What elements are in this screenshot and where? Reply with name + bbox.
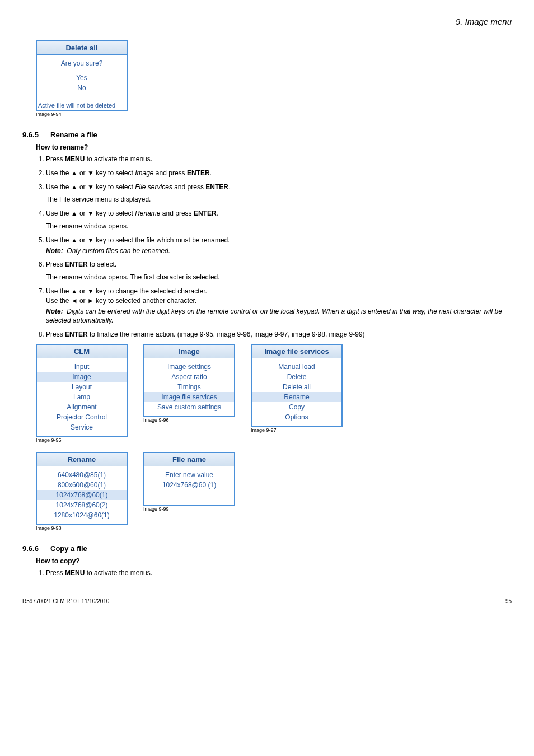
- dialog-yes[interactable]: Yes: [37, 73, 127, 83]
- menu-ifs-title: Image file services: [252, 345, 341, 358]
- menu-image-title: Image: [144, 345, 234, 358]
- footer-left: R59770021 CLM R10+ 11/10/2010: [22, 598, 109, 604]
- menu-item[interactable]: Image settings: [144, 362, 234, 372]
- footer-page-number: 95: [505, 598, 512, 604]
- step-8: Press ENTER to finalize the rename actio…: [46, 330, 512, 339]
- dialog-no[interactable]: No: [37, 83, 127, 93]
- menu-item[interactable]: 1024x768@60(2): [37, 500, 127, 510]
- menu-clm: CLM InputImageLayoutLampAlignmentProject…: [36, 344, 128, 437]
- menu-clm-title: CLM: [37, 345, 127, 358]
- menu-item[interactable]: 800x600@60(1): [37, 480, 127, 490]
- step-5: Use the ▲ or ▼ key to select the file wh…: [46, 236, 512, 256]
- menu-item[interactable]: Lamp: [37, 392, 127, 402]
- menu-item[interactable]: Input: [37, 362, 127, 372]
- menu-item[interactable]: Timings: [144, 382, 234, 392]
- dialog-delete-all: Delete all Are you sure? Yes No Active f…: [36, 40, 128, 111]
- menu-file-name-title: File name: [144, 453, 234, 466]
- menu-item[interactable]: Manual load: [252, 362, 341, 372]
- menu-item[interactable]: Options: [252, 412, 341, 422]
- menu-item[interactable]: Alignment: [37, 402, 127, 412]
- dialog-prompt: Are you sure?: [37, 58, 127, 68]
- menu-item[interactable]: Save custom settings: [144, 402, 234, 412]
- file-name-value[interactable]: 1024x768@60 (1): [144, 480, 234, 490]
- step-2: Use the ▲ or ▼ key to select Image and p…: [46, 169, 512, 178]
- menu-item[interactable]: Copy: [252, 402, 341, 412]
- menu-image-file-services: Image file services Manual loadDeleteDel…: [251, 344, 343, 427]
- copy-step-1: Press MENU to activate the menus.: [46, 568, 512, 578]
- menu-rename-title: Rename: [37, 453, 127, 466]
- menu-item[interactable]: Aspect ratio: [144, 372, 234, 382]
- dialog-footer: Active file will not be deleted: [37, 101, 127, 110]
- dialog-title: Delete all: [37, 41, 127, 55]
- caption-9-94: Image 9-94: [36, 111, 512, 117]
- menu-item[interactable]: 1280x1024@60(1): [37, 510, 127, 520]
- rename-steps: Press MENU to activate the menus. Use th…: [36, 155, 512, 339]
- menu-item[interactable]: Delete all: [252, 382, 341, 392]
- menu-item[interactable]: 1024x768@60(1): [37, 490, 127, 500]
- copy-steps: Press MENU to activate the menus.: [36, 568, 512, 578]
- chapter-title: 9. Image menu: [22, 17, 512, 26]
- section-965-heading: 9.6.5Rename a file: [22, 130, 512, 139]
- file-name-prompt: Enter new value: [144, 470, 234, 480]
- footer-divider: [113, 601, 502, 601]
- menu-image: Image Image settingsAspect ratioTimingsI…: [143, 344, 235, 417]
- caption-9-97: Image 9-97: [251, 427, 343, 433]
- step-1: Press MENU to activate the menus.: [46, 155, 512, 164]
- menu-item[interactable]: Service: [37, 422, 127, 432]
- caption-9-95: Image 9-95: [36, 437, 128, 443]
- caption-9-99: Image 9-99: [143, 506, 235, 512]
- menu-file-name: File name Enter new value 1024x768@60 (1…: [143, 452, 235, 506]
- menu-item[interactable]: Projector Control: [37, 412, 127, 422]
- caption-9-98: Image 9-98: [36, 525, 128, 531]
- subheading-copy: How to copy?: [36, 557, 512, 565]
- caption-9-96: Image 9-96: [143, 417, 235, 423]
- page-footer: R59770021 CLM R10+ 11/10/2010 95: [22, 598, 512, 604]
- menu-item[interactable]: Rename: [252, 392, 341, 402]
- menu-item[interactable]: Layout: [37, 382, 127, 392]
- menu-item[interactable]: Image: [37, 372, 127, 382]
- step-7: Use the ▲ or ▼ key to change the selecte…: [46, 287, 512, 325]
- menu-rename: Rename 640x480@85(1)800x600@60(1)1024x76…: [36, 452, 128, 525]
- step-4: Use the ▲ or ▼ key to select Rename and …: [46, 209, 512, 231]
- subheading-rename: How to rename?: [36, 143, 512, 151]
- section-966-heading: 9.6.6Copy a file: [22, 544, 512, 553]
- header-divider: [22, 29, 512, 29]
- step-6: Press ENTER to select. The rename window…: [46, 260, 512, 282]
- menu-item[interactable]: 640x480@85(1): [37, 470, 127, 480]
- menu-item[interactable]: Delete: [252, 372, 341, 382]
- step-3: Use the ▲ or ▼ key to select File servic…: [46, 183, 512, 205]
- menu-item[interactable]: Image file services: [144, 392, 234, 402]
